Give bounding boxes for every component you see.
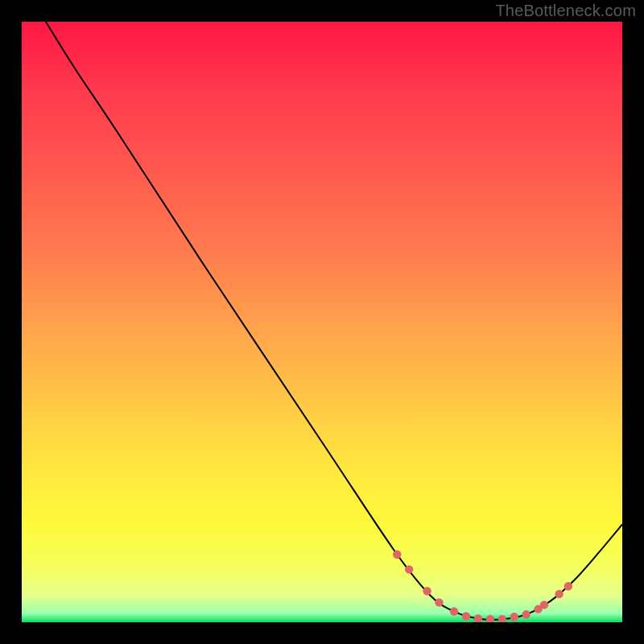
curve-dot (462, 612, 470, 620)
curve-dot (522, 610, 530, 618)
curve-dot (510, 613, 518, 621)
plot-area (22, 22, 622, 622)
curve-dot (435, 598, 443, 606)
curve-dot (423, 587, 431, 595)
curve-dot (450, 607, 458, 615)
curve-dot (540, 601, 548, 609)
curve-dot (555, 590, 563, 598)
chart-svg (22, 22, 622, 622)
gradient-background (22, 22, 622, 622)
curve-dot (393, 551, 401, 559)
chart-frame: TheBottleneck.com (0, 0, 644, 644)
curve-dot (564, 582, 572, 590)
curve-dot (405, 565, 413, 573)
watermark-label: TheBottleneck.com (495, 2, 636, 20)
